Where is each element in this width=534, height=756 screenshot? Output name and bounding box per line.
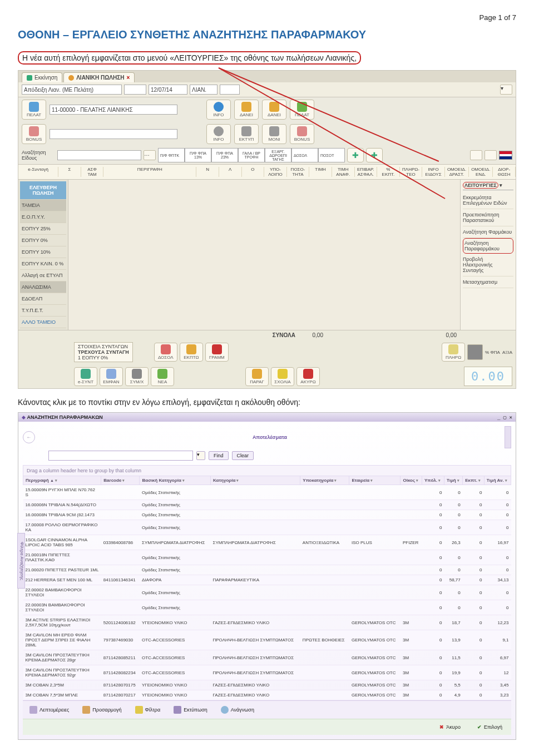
action-button[interactable]: ΠΑΡΑΓ [245,367,269,386]
dropdown-icon[interactable]: ▾ [500,85,512,95]
left-typet[interactable]: Τ.Υ.Π.Ε.Τ. [20,305,66,317]
mini-col[interactable]: ΓΑΛΑ / ΒΡ ΤΡΟΦΗ [238,148,265,162]
left-etyap[interactable]: Αλλαγή σε ΕΤΥΑΠ [20,270,66,281]
scrollbar[interactable] [505,426,511,448]
customer-field[interactable]: 11-00000 - ΠΕΛΑΤΗΣ ΛΙΑΝΙΚΗΣ [50,105,177,115]
grid-col-header[interactable]: ΤΙΜΗ [309,167,332,177]
left-eopyy0[interactable]: ΕΟΠΥΥ 0% [20,235,66,246]
action-button[interactable]: ΑΚΥΡΩ [296,367,320,386]
filters-button[interactable]: Φίλτρα [132,704,164,715]
table-col-header[interactable]: Κατηγορία [210,476,300,485]
action-button[interactable]: ΔΟΣΟΛ [154,343,177,362]
tab-retail[interactable]: ΛΙΑΝΙΚΗ ΠΩΛΗΣΗ× [63,72,135,82]
functions-header[interactable]: ΛΕΙΤΟΥΡΓΙΕΣ ▾ [463,182,513,190]
table-col-header[interactable]: Εταιρεία [349,476,400,485]
action-button[interactable]: e-ΣΥΝΤ [74,367,97,386]
mini-col[interactable]: Π/Φ ΦΠΤΚ [158,148,185,162]
bonus-button[interactable]: BONUS [22,124,46,144]
grid-col-header[interactable]: ΠΟΣΟ- ΤΗΤΑ [287,167,310,177]
fn-preview[interactable]: Προεπισκόπηση Παραστατικού [463,209,513,226]
mini-sq1[interactable] [470,150,482,160]
info-button[interactable]: INFO [206,100,231,120]
table-col-header[interactable]: Υπόλ. [422,476,444,485]
grid-col-header[interactable]: Λ [219,167,242,177]
grid-col-header[interactable]: ΠΛΗΡΩ- ΤΕΟ [400,167,423,177]
action-button[interactable]: ΣΥΜ/Χ [125,367,149,386]
group-hint[interactable]: Drag a column header here to group by th… [23,465,511,476]
pelat-button[interactable]: ΠΕΛΑΤ [22,100,46,120]
table-row[interactable]: 15.00009Ν ΡΥΓΧΗ ΜΠΛΕ Ν70.762 SΟμάδες Στα… [23,485,511,500]
customize-button[interactable]: Προσαρμογή [79,704,125,715]
fld-blank1[interactable] [124,85,146,95]
mini-col[interactable]: Π/Φ ΦΠΑ 13% [185,148,211,162]
danei-button[interactable]: ΔΑΝΕΙ [234,100,259,120]
table-col-header[interactable]: Οίκος [400,476,422,485]
grid-col-header[interactable]: ΕΠΙΒΑΡ. ΑΣΦΑΛ. [355,167,378,177]
danei2-button[interactable]: ΔΑΝΕΙ [262,100,286,120]
kind-field[interactable]: ΛΙΑΝ. [190,85,217,95]
left-analosima[interactable]: ΑΝΑΛΩΣΙΜΑ [20,281,66,293]
table-row[interactable]: 16.00006Ν ΤΡΙΒΛΙΑ Ν.544(ΔΙΧΩΤΟΟμάδες Στα… [23,500,511,510]
doc-type-field[interactable]: Απόδειξη Λιαν. (ΜΕ Πελάτη) [22,85,122,95]
fld-blank2[interactable] [220,85,240,95]
cancel-button[interactable]: ✖Άκυρο [434,723,466,732]
grid-col-header[interactable]: Ν [196,167,219,177]
table-row[interactable]: 21.00020 ΠΙΠΕΤΤΕΣ PASTEUR 1MLΟμάδες Στατ… [23,565,511,575]
flag-icon[interactable] [499,151,512,160]
grid-col-header[interactable]: % ΕΚΠΤ. [377,167,400,177]
mini-col[interactable]: ΠΟΣΟΤ [318,148,345,162]
grid-col-header[interactable]: ΑΣΦ ΤΑΜ [81,167,104,177]
close-icon[interactable]: × [126,75,130,81]
mini-sq2[interactable] [484,150,497,160]
bonus2-button[interactable]: BONUS [290,124,314,144]
table-col-header[interactable]: Τιμή [444,476,462,485]
table-col-header[interactable]: Περιγραφή ▲ [23,476,101,485]
table-row[interactable]: 3M CAVILON ΠΡΟΣΤΑΤΕΥΤΙΚΗ ΚΡΕΜΑ ΔΕΡΜΑΤΟΣ … [23,665,511,680]
mini-col[interactable]: ΔΟΣΟΛ [291,148,318,162]
date-field[interactable]: 12/07/14 [149,85,187,95]
grid-col-header[interactable]: ΥΠΟ- ΛΟΙΠΟ [264,167,287,177]
select-button[interactable]: ✔Επιλογή [472,723,508,732]
find-button[interactable]: Find [209,451,229,460]
left-edoeap[interactable]: ΕΔΟΕΑΠ [20,293,66,305]
left-eopyy10[interactable]: ΕΟΠΥΥ 10% [20,246,66,258]
table-row[interactable]: 22.00003Ν ΒΑΜΒΑΚΟΦΟΡΟΙ ΣΤΥΛΕΟΙΟμάδες Στα… [23,600,511,615]
moni-button[interactable]: ΜΟΝΙ [262,124,286,144]
table-row[interactable]: 3M COBAN 2,3*5M8711428070175ΥΓΕΙΟΝΟΜΙΚΟ … [23,680,511,690]
fn-pending[interactable]: Εκκρεμότητα Επιλεγμένων Ειδών [463,192,513,209]
grid-col-header[interactable]: ΤΙΜΗ ΑΝΑΦ. [332,167,355,177]
read-button[interactable]: Ανάγνωση [217,704,258,715]
table-row[interactable]: 3M CAVILON ΠΡΟΣΤΑΤΕΥΤΙΚΗ ΚΡΕΜΑ ΔΕΡΜΑΤΟΣ … [23,650,511,665]
search-dropdown-icon[interactable]: ▾ [196,451,205,460]
left-other-fund[interactable]: ΑΛΛΟ ΤΑΜΕΙΟ [20,317,66,328]
grid-col-header[interactable]: e-Συνταγή [18,167,58,177]
pliro-button[interactable]: ΠΛΗΡΩ [442,343,465,362]
table-col-header[interactable]: Barcode [101,476,140,485]
left-eopyy-klin[interactable]: ΕΟΠΥΥ ΚΛΙΝ. 0 % [20,258,66,270]
table-row[interactable]: 3M CAVILON ΜΗ ΕΡΕΘ ΦΙΛΜ ΠΡΟΣΤ ΔΕΡΜ ΣΠΡΕΙ… [23,630,511,650]
grid-col-header[interactable]: ΟΜΟΕΙΔ. ΕΝΔ. [469,167,493,177]
fn-search-para[interactable]: Αναζήτηση Παραφαρμάκου [463,238,513,254]
action-button[interactable]: ΕΚΠΤΩ [180,343,203,362]
left-eopyy[interactable]: Ε.Ο.Π.Υ.Υ. [20,211,66,223]
action-button[interactable]: ΝΕΑ [151,367,174,386]
fn-transform[interactable]: Μετασχηματισμ [463,276,513,288]
left-tameio[interactable]: ΤΑΜΕΙΑ [20,200,66,211]
back-icon[interactable]: ← [23,431,35,443]
mini-col[interactable]: ΕΞΑΡΓ. ΔΩΡΟΕΠΙ ΤΑΓΗΣ [265,148,291,162]
search-input[interactable] [48,451,193,461]
table-row[interactable]: 21.00018Ν ΠΙΠΕΤΤΕΣ ΠΛΑΣΤΙΚ.ΚΑΘΟμάδες Στα… [23,550,511,565]
filters-tab[interactable]: Φίλτρα Αναζήτησης [17,533,25,589]
grid-col-header[interactable]: ΟΜΟΕΙΔ. ΔΡΑΣΤ. [445,167,469,177]
print-button[interactable]: Εκτύπωση [170,704,211,715]
action-button[interactable]: ΕΜΦΑΝ [100,367,123,386]
details-button[interactable]: Λεπτομέρειες [26,704,72,715]
action-button[interactable]: ΓΡΑΜΜ [205,343,229,362]
search-more-button[interactable]: … [144,150,156,160]
grid-col-header[interactable]: ΠΕΡΙΓΡΑΦΗ [103,167,196,177]
gray-sq[interactable] [467,344,483,360]
table-row[interactable]: 3M ACTIVE STRIPS ΕΛΑΣΤΙΚΟΙ 2,5X7,5CM 10τ… [23,615,511,630]
window-controls[interactable]: _ ▢ ✕ [497,414,512,420]
mini-col[interactable]: Π/Φ ΦΠΑ 23% [211,148,238,162]
grid-col-header[interactable]: ΔΙΟΡ- ΘΩΣΗ [493,167,516,177]
